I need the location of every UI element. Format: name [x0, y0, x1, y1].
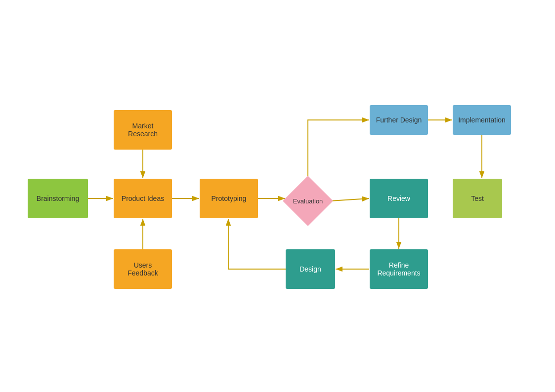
svg-line-7 — [330, 198, 369, 201]
evaluation-node[interactable]: Evaluation — [286, 179, 330, 223]
test-node[interactable]: Test — [453, 179, 502, 218]
product-ideas-node[interactable]: Product Ideas — [114, 179, 172, 218]
refine-requirements-node[interactable]: RefineRequirements — [370, 249, 428, 289]
further-design-node[interactable]: Further Design — [370, 105, 428, 135]
diagram-container: Brainstorming MarketResearch Product Ide… — [0, 0, 555, 392]
users-feedback-node[interactable]: UsersFeedback — [114, 249, 172, 289]
implementation-node[interactable]: Implementation — [453, 105, 511, 135]
market-research-node[interactable]: MarketResearch — [114, 110, 172, 150]
review-node[interactable]: Review — [370, 179, 428, 218]
design-node[interactable]: Design — [286, 249, 335, 289]
brainstorming-node[interactable]: Brainstorming — [28, 179, 88, 218]
prototyping-node[interactable]: Prototyping — [200, 179, 258, 218]
